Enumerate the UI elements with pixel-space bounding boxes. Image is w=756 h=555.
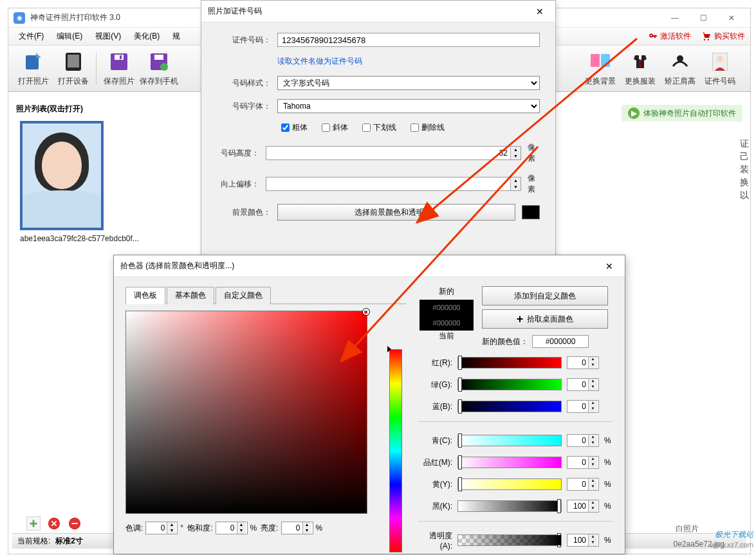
red-input[interactable]: ▲▼ (567, 356, 599, 369)
yellow-input[interactable]: ▲▼ (567, 478, 599, 491)
sat-input[interactable]: ▲▼ (216, 522, 248, 534)
magenta-label: 品红(M): (418, 457, 452, 468)
current-color-label: 当前 (439, 331, 454, 341)
activate-link[interactable]: 激活软件 (649, 31, 691, 42)
filename-tail: 0e2aa5e72.jpg (674, 540, 724, 549)
font-label: 号码字体： (217, 101, 271, 112)
alpha-label: 透明度(A): (418, 531, 452, 550)
new-hex-label: 新的颜色值： (482, 336, 528, 347)
yellow-slider[interactable] (457, 478, 562, 490)
svg-rect-2 (68, 55, 79, 68)
alpha-input[interactable]: ▲▼ (567, 534, 599, 547)
choose-fg-color-button[interactable]: 选择前景颜色和透明度... (277, 204, 515, 221)
style-label: 号码样式： (217, 78, 271, 89)
buy-link[interactable]: 购买软件 (701, 31, 745, 42)
eyedropper-button[interactable]: +拾取桌面颜色 (482, 309, 608, 329)
black-label: 黑(K): (418, 501, 452, 512)
delete-icon[interactable] (47, 516, 61, 531)
menu-beautify[interactable]: 美化(B) (129, 29, 165, 44)
tab-basic[interactable]: 基本颜色 (167, 287, 214, 304)
offset-label: 向上偏移： (217, 179, 259, 190)
saturation-value-area[interactable] (125, 311, 367, 514)
magenta-input[interactable]: ▲▼ (567, 456, 599, 469)
sv-cursor[interactable] (363, 309, 369, 315)
add-custom-color-button[interactable]: 添加到自定义颜色 (482, 286, 608, 305)
promo-icon: ▶ (628, 107, 640, 119)
file-open-icon (22, 50, 45, 73)
spin-up[interactable]: ▲ (510, 147, 521, 153)
svg-rect-9 (591, 54, 600, 67)
change-bg-button[interactable]: 更换背景 (580, 50, 620, 88)
dialog-title: 照片加证件号码 (208, 6, 531, 17)
magenta-slider[interactable] (457, 457, 562, 468)
fix-shoulder-button[interactable]: 矫正肩高 (660, 50, 700, 88)
clothes-icon (629, 50, 652, 73)
new-color-label: 新的 (439, 286, 454, 297)
height-input[interactable]: ▲▼ (266, 146, 521, 160)
open-photo-button[interactable]: 打开照片 (14, 50, 53, 88)
underline-checkbox[interactable]: 下划线 (362, 122, 396, 133)
cyan-slider[interactable] (457, 435, 562, 446)
side-text-fragment: 证己装换以 (740, 137, 749, 201)
svg-rect-17 (71, 523, 77, 524)
menu-size[interactable]: 规 (167, 29, 185, 44)
id-number-button[interactable]: 证件号码 (700, 50, 740, 88)
cyan-input[interactable]: ▲▼ (567, 434, 599, 447)
current-color-swatch: #000000 (419, 315, 474, 331)
cart-icon (701, 32, 712, 41)
save-mobile-icon (147, 50, 171, 73)
svg-point-13 (717, 56, 723, 62)
open-device-button[interactable]: 打开设备 (53, 50, 93, 88)
add-icon[interactable] (26, 516, 41, 531)
green-input[interactable]: ▲▼ (567, 378, 599, 391)
color-picker-close-button[interactable]: ✕ (600, 257, 618, 275)
minimize-button[interactable]: — (661, 9, 688, 27)
menu-file[interactable]: 文件(F) (14, 29, 49, 44)
clear-icon[interactable] (68, 516, 82, 531)
close-button[interactable]: ✕ (718, 9, 745, 27)
save-mobile-button[interactable]: 保存到手机 (139, 50, 179, 88)
id-number-input[interactable] (277, 33, 540, 47)
red-slider[interactable] (457, 357, 562, 368)
hue-slider[interactable] (389, 349, 402, 552)
photo-list-panel: 照片列表(双击打开) abe1eea3ca79fc28-c577ebdcb0f.… (12, 101, 203, 247)
status-spec: 标准2寸 (55, 536, 83, 547)
hue-input[interactable]: ▲▼ (145, 522, 178, 534)
footer-caption: 白照片 (676, 523, 699, 534)
maximize-button[interactable]: ☐ (690, 9, 717, 27)
hex-input[interactable] (532, 335, 589, 348)
menu-view[interactable]: 视图(V) (90, 29, 126, 44)
read-filename-link[interactable]: 读取文件名做为证件号码 (277, 56, 362, 67)
font-select[interactable]: Tahoma (277, 99, 540, 113)
offset-input[interactable]: ▲▼ (266, 177, 521, 191)
alpha-slider[interactable] (457, 534, 562, 546)
fg-color-swatch (522, 205, 540, 219)
hue-cursor[interactable] (387, 346, 391, 352)
strike-checkbox[interactable]: 删除线 (410, 122, 445, 133)
dialog-close-button[interactable]: ✕ (531, 3, 549, 21)
plus-icon: + (517, 313, 524, 326)
black-slider[interactable] (457, 500, 562, 512)
light-input[interactable]: ▲▼ (281, 522, 313, 534)
blue-slider[interactable] (457, 401, 562, 412)
photo-thumbnail[interactable] (20, 121, 104, 230)
italic-checkbox[interactable]: 斜体 (322, 122, 348, 133)
blue-input[interactable]: ▲▼ (567, 400, 599, 413)
app-logo-icon: ◉ (14, 12, 25, 24)
new-color-swatch: #000000 (419, 300, 474, 315)
blue-label: 蓝(B): (418, 401, 452, 412)
fg-color-label: 前景颜色： (217, 207, 271, 218)
spin-down[interactable]: ▼ (510, 153, 521, 159)
bold-checkbox[interactable]: 粗体 (281, 122, 308, 133)
green-slider[interactable] (457, 379, 562, 390)
device-icon (62, 50, 85, 73)
style-select[interactable]: 文字形式号码 (277, 76, 540, 90)
black-input[interactable]: ▲▼ (567, 500, 599, 513)
promo-banner[interactable]: ▶ 体验神奇照片自动打印软件 (622, 105, 742, 122)
tab-custom[interactable]: 自定义颜色 (216, 287, 271, 304)
save-icon (107, 50, 131, 73)
change-clothes-button[interactable]: 更换服装 (620, 50, 660, 88)
save-photo-button[interactable]: 保存照片 (99, 50, 139, 88)
menu-edit[interactable]: 编辑(E) (51, 29, 88, 44)
tab-palette[interactable]: 调色板 (125, 287, 165, 304)
